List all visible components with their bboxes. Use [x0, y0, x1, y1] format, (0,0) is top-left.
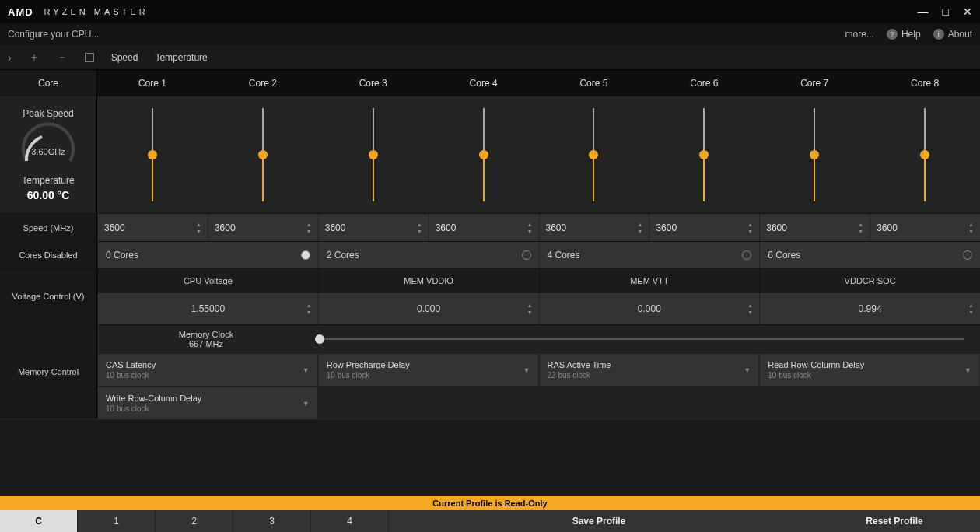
slider-thumb[interactable] — [810, 150, 819, 159]
step-up-icon[interactable]: ▲ — [306, 222, 312, 227]
amd-logo: AMD — [8, 6, 33, 18]
radio-icon[interactable] — [963, 250, 972, 260]
core-header-3: Core 3 — [318, 70, 429, 96]
core-slider-4[interactable] — [429, 96, 539, 213]
memory-param-label: Row Precharge Delay — [327, 360, 410, 369]
step-down-icon[interactable]: ▼ — [527, 310, 533, 315]
tab-speed[interactable]: Speed — [111, 52, 138, 63]
cores-disabled-option-3[interactable]: 6 Cores — [759, 242, 980, 268]
step-down-icon[interactable]: ▼ — [968, 310, 974, 315]
add-icon[interactable]: ＋ — [29, 51, 40, 65]
step-up-icon[interactable]: ▲ — [968, 222, 974, 227]
radio-icon[interactable] — [301, 250, 310, 260]
speed-input-6[interactable]: 3600▲▼ — [649, 214, 759, 241]
speed-input-5[interactable]: 3600▲▼ — [539, 214, 649, 241]
speed-input-8[interactable]: 3600▲▼ — [870, 214, 980, 241]
core-slider-3[interactable] — [318, 96, 429, 213]
core-slider-5[interactable] — [539, 96, 649, 213]
radio-icon[interactable] — [742, 250, 751, 260]
profile-tab-C[interactable]: C — [0, 510, 78, 532]
step-up-icon[interactable]: ▲ — [306, 303, 312, 308]
maximize-button[interactable]: □ — [943, 5, 949, 18]
profile-tab-4[interactable]: 4 — [311, 510, 389, 532]
radio-icon[interactable] — [522, 250, 531, 260]
step-down-icon[interactable]: ▼ — [417, 229, 422, 234]
memory-param-label: Write Row-Column Delay — [106, 394, 201, 403]
memory-param-2[interactable]: RAS Active Time22 bus clock▼ — [539, 353, 760, 387]
step-down-icon[interactable]: ▼ — [968, 229, 974, 234]
memory-param-0[interactable]: CAS Latency10 bus clock▼ — [97, 353, 318, 387]
step-up-icon[interactable]: ▲ — [747, 222, 753, 227]
step-up-icon[interactable]: ▲ — [527, 303, 533, 308]
speed-input-2[interactable]: 3600▲▼ — [208, 214, 318, 241]
core-header-2: Core 2 — [208, 70, 318, 96]
voltage-input-2[interactable]: 0.000▲▼ — [539, 293, 760, 324]
core-slider-8[interactable] — [870, 96, 980, 213]
slider-thumb[interactable] — [920, 150, 929, 159]
tab-temperature[interactable]: Temperature — [155, 52, 207, 63]
speed-input-3[interactable]: 3600▲▼ — [318, 214, 429, 241]
step-up-icon[interactable]: ▲ — [527, 222, 533, 227]
about-link[interactable]: i About — [933, 29, 972, 40]
speed-input-1[interactable]: 3600▲▼ — [97, 214, 208, 241]
speed-input-7[interactable]: 3600▲▼ — [759, 214, 870, 241]
cores-disabled-option-0[interactable]: 0 Cores — [97, 242, 318, 268]
speed-value: 3600 — [877, 222, 968, 233]
slider-thumb[interactable] — [479, 150, 488, 159]
slider-thumb[interactable] — [258, 150, 268, 159]
chevron-right-icon[interactable]: › — [8, 51, 12, 64]
memory-clock-slider[interactable] — [315, 338, 964, 340]
step-up-icon[interactable]: ▲ — [858, 222, 863, 227]
cores-disabled-option-1[interactable]: 2 Cores — [318, 242, 539, 268]
toggle-checkbox[interactable] — [85, 53, 94, 62]
core-slider-2[interactable] — [208, 96, 318, 213]
chevron-down-icon[interactable]: ▼ — [303, 366, 310, 374]
step-up-icon[interactable]: ▲ — [637, 222, 642, 227]
step-down-icon[interactable]: ▼ — [196, 229, 201, 234]
step-down-icon[interactable]: ▼ — [306, 310, 312, 315]
voltage-input-1[interactable]: 0.000▲▼ — [318, 293, 539, 324]
slider-thumb[interactable] — [369, 150, 378, 159]
step-down-icon[interactable]: ▼ — [747, 310, 753, 315]
step-down-icon[interactable]: ▼ — [637, 229, 642, 234]
step-up-icon[interactable]: ▲ — [196, 222, 201, 227]
memory-param-3[interactable]: Read Row-Column Delay10 bus clock▼ — [759, 353, 980, 387]
profile-tab-3[interactable]: 3 — [233, 510, 311, 532]
speed-input-4[interactable]: 3600▲▼ — [429, 214, 539, 241]
save-profile-button[interactable]: Save Profile — [389, 510, 809, 532]
profile-tab-2[interactable]: 2 — [156, 510, 233, 532]
close-button[interactable]: ✕ — [963, 5, 972, 18]
memory-param-1[interactable]: Row Precharge Delay10 bus clock▼ — [318, 353, 539, 387]
voltage-input-3[interactable]: 0.994▲▼ — [759, 293, 980, 324]
step-up-icon[interactable]: ▲ — [968, 303, 974, 308]
remove-icon[interactable]: － — [57, 51, 68, 65]
core-slider-7[interactable] — [759, 96, 870, 213]
minimize-button[interactable]: — — [918, 5, 929, 18]
step-down-icon[interactable]: ▼ — [527, 229, 533, 234]
slider-thumb[interactable] — [315, 334, 324, 344]
voltage-input-0[interactable]: 1.55000▲▼ — [97, 293, 318, 324]
help-link[interactable]: ? Help — [887, 29, 921, 40]
step-down-icon[interactable]: ▼ — [306, 229, 312, 234]
step-down-icon[interactable]: ▼ — [858, 229, 863, 234]
memory-param-4[interactable]: Write Row-Column Delay10 bus clock▼ — [97, 387, 318, 420]
step-up-icon[interactable]: ▲ — [417, 222, 422, 227]
slider-thumb[interactable] — [148, 150, 157, 159]
cores-disabled-option-2[interactable]: 4 Cores — [539, 242, 760, 268]
slider-thumb[interactable] — [589, 150, 598, 159]
chevron-down-icon[interactable]: ▼ — [964, 366, 971, 374]
cores-disabled-option-label: 6 Cores — [768, 250, 800, 261]
chevron-down-icon[interactable]: ▼ — [523, 366, 530, 374]
chevron-down-icon[interactable]: ▼ — [744, 366, 751, 374]
memory-row: Memory Control Memory Clock 667 MHz CAS … — [0, 324, 980, 420]
core-slider-6[interactable] — [649, 96, 759, 213]
chevron-down-icon[interactable]: ▼ — [303, 400, 310, 408]
slider-thumb[interactable] — [699, 150, 709, 159]
more-link[interactable]: more... — [845, 29, 874, 40]
reset-profile-button[interactable]: Reset Profile — [809, 510, 980, 532]
step-up-icon[interactable]: ▲ — [747, 303, 753, 308]
step-down-icon[interactable]: ▼ — [747, 229, 753, 234]
configure-link[interactable]: Configure your CPU... — [8, 29, 99, 40]
core-slider-1[interactable] — [97, 96, 208, 213]
profile-tab-1[interactable]: 1 — [78, 510, 156, 532]
